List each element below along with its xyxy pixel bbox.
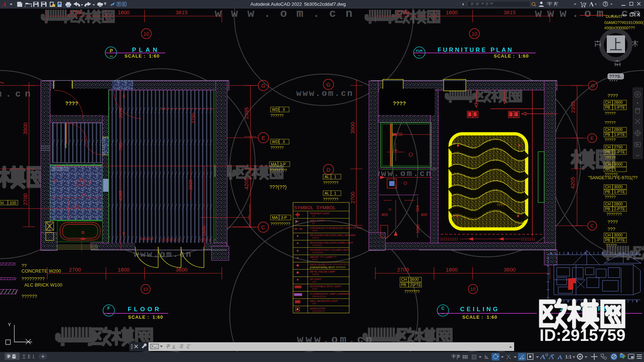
svg-text:"DURAVIT": "DURAVIT" [604, 14, 624, 19]
svg-text:1: 1 [614, 167, 616, 171]
svg-text:750: 750 [118, 142, 123, 150]
svg-text:3: 3 [283, 107, 285, 112]
svg-text:2800: 2800 [614, 202, 623, 206]
svg-text:2-PTE: 2-PTE [614, 207, 625, 211]
svg-text:2700: 2700 [69, 266, 81, 273]
svg-text:AL: AL [325, 175, 329, 179]
svg-text:???S: ???S [609, 74, 620, 79]
svg-text:?????????: ????????? [21, 276, 45, 282]
svg-text:10: 10 [470, 287, 475, 292]
svg-text:E: E [591, 136, 594, 141]
svg-text:SCALE : 1:60: SCALE : 1:60 [125, 53, 160, 59]
svg-text:ALC BRICK W100: ALC BRICK W100 [24, 282, 62, 288]
svg-text:????: ???? [497, 204, 505, 207]
svg-text:MA: MA [271, 162, 277, 166]
svg-text:3900: 3900 [22, 123, 28, 134]
svg-text:MA: MA [272, 215, 278, 220]
svg-text:PB: PB [605, 190, 610, 194]
svg-text:2800: 2800 [614, 127, 623, 132]
svg-text:C: C [590, 223, 594, 229]
svg-text:G: G [261, 83, 265, 89]
svg-text:2700: 2700 [69, 9, 81, 15]
svg-text:10: 10 [143, 287, 148, 292]
svg-text:400: 400 [421, 212, 427, 217]
svg-text:???????: ??????? [323, 197, 338, 201]
svg-text:3600: 3600 [504, 266, 516, 273]
svg-text:PB: PB [605, 150, 610, 154]
svg-text:1-PTE: 1-PTE [614, 238, 625, 242]
svg-text:???????: ??????? [404, 289, 420, 294]
svg-text:1-PTE: 1-PTE [614, 132, 625, 137]
svg-text:FURNITURE PLAN: FURNITURE PLAN [438, 47, 513, 53]
svg-text:AL: AL [325, 191, 329, 195]
svg-text:4265: 4265 [118, 191, 123, 201]
svg-text:CH: CH [605, 202, 611, 206]
svg-text:2600: 2600 [410, 277, 419, 282]
svg-text:5b305c2cddaf7.dwg: 5b305c2cddaf7.dwg [304, 1, 346, 7]
svg-text:THICK GLASS ???? ??????? ????: THICK GLASS ???? ??????? ???? [309, 263, 349, 266]
svg-text:3: 3 [283, 140, 285, 144]
svg-text:2700: 2700 [397, 9, 409, 15]
svg-text:--: -- [110, 53, 113, 59]
svg-text:1-PTE: 1-PTE [614, 105, 625, 109]
svg-text:4205: 4205 [243, 178, 249, 190]
svg-text:2790: 2790 [191, 113, 196, 123]
svg-text:3000: 3000 [614, 233, 623, 237]
svg-text:PB: PB [401, 283, 406, 287]
svg-text:????: ???? [312, 288, 318, 290]
svg-text:??: ?? [312, 215, 315, 217]
svg-text:100: 100 [10, 201, 16, 205]
svg-text:?????: ????? [606, 243, 617, 248]
svg-text:WALL LIGHT: WALL LIGHT [310, 219, 325, 222]
svg-text:3600: 3600 [176, 266, 187, 273]
svg-text:FLOOR: FLOOR [128, 306, 162, 313]
svg-text:400: 400 [381, 212, 388, 217]
svg-text:Autodesk AutoCAD 2022: Autodesk AutoCAD 2022 [250, 1, 302, 7]
svg-text:2-PTE: 2-PTE [410, 283, 421, 287]
svg-text:?: ? [604, 2, 606, 6]
svg-text:C: C [262, 224, 265, 230]
svg-text:CH: CH [605, 127, 611, 132]
svg-text:CONCRETE W200: CONCRETE W200 [21, 268, 61, 274]
svg-text:CH: CH [401, 277, 407, 282]
svg-text:????????: ???????? [312, 251, 323, 254]
svg-text:METAL HALIDE LAMP: METAL HALIDE LAMP [310, 270, 335, 273]
svg-text:??: ?? [21, 263, 26, 268]
svg-text:1: 1 [32, 354, 35, 359]
svg-text:G: G [326, 82, 331, 88]
svg-text:ADJUSTABLE SPOT LIGHT: ADJUSTABLE SPOT LIGHT [310, 285, 342, 288]
svg-text:1-PTE: 1-PTE [614, 190, 625, 194]
svg-text:???????: ??????? [606, 212, 622, 216]
svg-text:2395: 2395 [243, 107, 249, 119]
svg-text:1080: 1080 [416, 225, 420, 233]
svg-text:E: E [262, 135, 265, 141]
svg-text:RECESSED HALOGEN DOWN LIGHT: RECESSED HALOGEN DOWN LIGHT [310, 241, 353, 244]
svg-text:3615: 3615 [176, 9, 187, 15]
svg-text:GIAMO??#0191O900(: GIAMO??#0191O900( [604, 20, 644, 25]
svg-text:PLAN: PLAN [132, 47, 160, 53]
svg-text:PB: PB [605, 238, 610, 242]
svg-text:???????: ??????? [323, 181, 338, 185]
svg-text:504: 504 [415, 205, 420, 212]
svg-text:F: F [107, 305, 110, 311]
svg-text:D: D [327, 167, 331, 173]
svg-text:2820: 2820 [188, 180, 193, 190]
svg-text:10: 10 [143, 31, 149, 37]
svg-text:?????: ????? [312, 273, 319, 276]
svg-text:????: ???? [312, 259, 318, 261]
svg-text:??????: ?????? [270, 113, 284, 118]
svg-text:A: A [2, 1, 6, 8]
svg-text:?????: ????? [605, 156, 616, 160]
svg-text:3-P: 3-P [281, 215, 287, 220]
svg-text:"SANGETSU"FE-9701(??: "SANGETSU"FE-9701(?? [588, 175, 638, 180]
svg-text:???: ??? [312, 303, 316, 305]
svg-text:??????: ?????? [270, 146, 284, 150]
svg-text:???(??): ???(??) [269, 184, 287, 190]
svg-text:1:1: 1:1 [565, 354, 572, 359]
svg-text:????: ???? [65, 100, 78, 106]
svg-text:www.om.cn: www.om.cn [296, 89, 352, 98]
svg-text:3000: 3000 [614, 162, 623, 166]
svg-text:(FAR30/FAR56) SPOT ???????: (FAR30/FAR56) SPOT ??????? [310, 266, 346, 269]
svg-text:P: P [110, 48, 113, 53]
svg-text:CH: CH [605, 162, 611, 166]
